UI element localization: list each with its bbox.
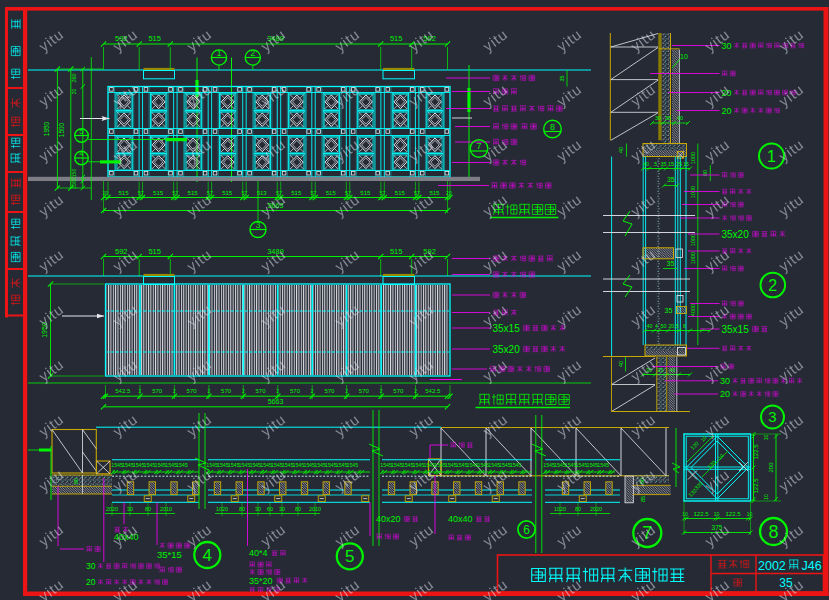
svg-text:4: 4 (203, 546, 212, 565)
svg-text:2: 2 (380, 388, 383, 394)
svg-text:30: 30 (720, 376, 730, 386)
svg-text:200: 200 (768, 462, 774, 473)
svg-text:2: 2 (173, 388, 176, 394)
svg-text:40*4: 40*4 (249, 548, 268, 558)
svg-text:122.5: 122.5 (753, 478, 759, 494)
svg-text:2: 2 (768, 277, 777, 294)
svg-text:40x40: 40x40 (448, 514, 473, 524)
svg-text:35: 35 (660, 161, 666, 167)
svg-text:30: 30 (86, 561, 96, 571)
svg-text:25: 25 (676, 161, 682, 167)
svg-text:570: 570 (393, 388, 404, 394)
svg-text:35: 35 (665, 115, 671, 121)
svg-text:2: 2 (345, 388, 348, 394)
svg-text:20.5: 20.5 (668, 323, 678, 329)
svg-text:85: 85 (640, 496, 646, 502)
svg-text:4: 4 (655, 323, 658, 329)
svg-text:35: 35 (667, 176, 675, 183)
svg-text:57: 57 (414, 190, 420, 196)
svg-text:30: 30 (655, 115, 661, 121)
svg-text:515: 515 (148, 34, 161, 43)
svg-text:35x20: 35x20 (493, 344, 521, 355)
svg-text:122.5: 122.5 (753, 444, 759, 460)
svg-text:515: 515 (390, 247, 403, 256)
svg-text:515: 515 (326, 190, 337, 196)
svg-text:7: 7 (476, 141, 481, 151)
svg-text:1000: 1000 (690, 186, 696, 198)
svg-text:1: 1 (767, 148, 776, 165)
svg-text:2: 2 (414, 388, 417, 394)
svg-text:515: 515 (429, 190, 440, 196)
svg-text:2: 2 (242, 388, 245, 394)
svg-text:570: 570 (256, 388, 267, 394)
svg-text:515: 515 (148, 247, 161, 256)
svg-text:J46: J46 (802, 559, 822, 573)
svg-text:2: 2 (250, 48, 255, 58)
svg-text:40: 40 (677, 115, 683, 121)
svg-text:10: 10 (763, 494, 769, 500)
svg-text:515: 515 (360, 190, 371, 196)
svg-text:10: 10 (682, 511, 688, 517)
svg-text:5663: 5663 (268, 398, 284, 405)
svg-text:.5: .5 (653, 161, 657, 167)
svg-text:57: 57 (310, 190, 316, 196)
svg-text:10: 10 (763, 435, 769, 441)
svg-text:40: 40 (618, 147, 624, 153)
svg-text:570: 570 (290, 388, 301, 394)
svg-text:10: 10 (747, 511, 753, 517)
svg-text:40: 40 (643, 161, 649, 167)
svg-text:80: 80 (73, 478, 79, 484)
svg-text:5: 5 (345, 547, 354, 566)
svg-text:570: 570 (152, 388, 163, 394)
svg-text:15: 15 (683, 161, 689, 167)
svg-text:50: 50 (661, 323, 667, 329)
svg-text:20: 20 (71, 89, 77, 95)
svg-text:1000: 1000 (690, 252, 696, 264)
svg-text:57: 57 (380, 190, 386, 196)
svg-text:10: 10 (714, 511, 720, 517)
svg-text:8: 8 (550, 122, 555, 132)
svg-text:45: 45 (603, 462, 609, 468)
svg-text:542.5: 542.5 (425, 388, 441, 394)
svg-text:2: 2 (207, 388, 210, 394)
svg-text:150: 150 (71, 169, 77, 178)
svg-text:35x15: 35x15 (722, 324, 750, 335)
svg-text:57: 57 (172, 190, 178, 196)
svg-text:45: 45 (182, 462, 188, 468)
svg-text:8: 8 (683, 323, 686, 329)
svg-text:2002: 2002 (758, 559, 786, 573)
svg-text:4000: 4000 (690, 304, 696, 316)
svg-text:542.5: 542.5 (115, 388, 131, 394)
svg-text:80: 80 (72, 177, 77, 183)
svg-text:35*15: 35*15 (157, 549, 182, 560)
svg-text:122.5: 122.5 (725, 511, 741, 517)
svg-text:515: 515 (390, 34, 403, 43)
svg-text:1000: 1000 (690, 234, 696, 246)
svg-text:515: 515 (153, 190, 164, 196)
svg-text:570: 570 (359, 388, 370, 394)
svg-text:260: 260 (71, 73, 77, 82)
svg-text:40: 40 (647, 323, 653, 329)
svg-text:2: 2 (139, 388, 142, 394)
svg-text:10: 10 (680, 53, 688, 60)
svg-text:2: 2 (311, 388, 314, 394)
svg-text:15: 15 (668, 161, 674, 167)
svg-text:570: 570 (187, 388, 198, 394)
svg-text:35x20: 35x20 (722, 229, 750, 240)
svg-text:1: 1 (217, 48, 222, 58)
svg-text:5: 5 (79, 127, 84, 136)
svg-text:20: 20 (86, 577, 96, 587)
svg-text:1000: 1000 (690, 152, 696, 164)
svg-text:1500: 1500 (58, 122, 65, 137)
svg-text:2: 2 (276, 388, 279, 394)
svg-text:570: 570 (221, 388, 232, 394)
svg-text:35: 35 (667, 260, 675, 267)
svg-text:35: 35 (665, 307, 673, 314)
svg-text:40x20: 40x20 (376, 514, 401, 524)
svg-text:122.5: 122.5 (693, 511, 709, 517)
svg-text:35: 35 (559, 75, 565, 81)
svg-text:515: 515 (395, 190, 406, 196)
svg-text:45: 45 (516, 462, 522, 468)
svg-text:20: 20 (720, 389, 730, 399)
svg-text:515: 515 (188, 190, 199, 196)
